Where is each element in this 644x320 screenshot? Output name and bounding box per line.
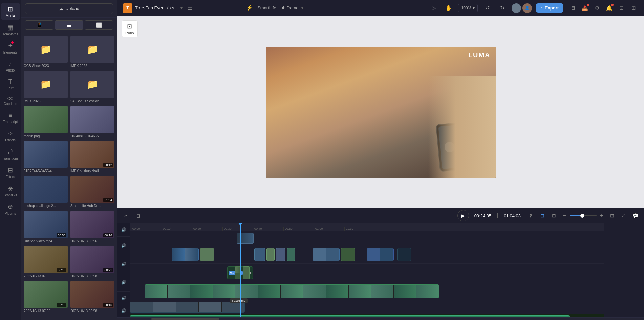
list-item[interactable]: 📁 IMEX 2023 <box>24 71 68 103</box>
sidebar-item-templates[interactable]: ▦ Templates <box>1 21 20 39</box>
share-icon-btn[interactable]: 📤 <box>580 3 590 13</box>
list-item[interactable]: 00:55 Untitled Video.mp4 <box>24 211 68 243</box>
media-item-name: martin.png <box>24 134 68 138</box>
zoom-control[interactable]: 100% ▾ <box>458 4 478 12</box>
split-clip-button[interactable]: ✂ <box>122 211 131 220</box>
sidebar-item-plugins[interactable]: ⊕ Plugins <box>1 200 20 218</box>
sidebar-item-label: Plugins <box>5 212 16 215</box>
list-item[interactable]: 00:15 2022-10-13 07:58... <box>24 281 68 313</box>
sidebar-item-transcript[interactable]: ≡ Transcript <box>1 109 20 126</box>
menu-button[interactable]: ☰ <box>185 3 195 13</box>
video-clip[interactable] <box>254 248 265 261</box>
video-clip[interactable] <box>276 248 285 261</box>
hand-tool-button[interactable]: ✋ <box>443 3 454 14</box>
list-item[interactable]: 00:16 2022-10-13 06:56... <box>70 211 114 243</box>
video-clip[interactable] <box>367 248 394 261</box>
track-control-volume-6[interactable]: 🔊 <box>117 304 130 317</box>
desktop-icon-btn[interactable]: 🖥 <box>567 3 578 13</box>
media-thumbnail <box>70 106 114 133</box>
list-item[interactable]: 20240816_164655... <box>70 106 114 138</box>
zoom-out-button[interactable]: − <box>561 212 568 219</box>
track-control-volume-4[interactable]: 🔊 <box>117 273 130 292</box>
sidebar-item-filters[interactable]: ⊟ Filters <box>1 164 20 181</box>
list-item[interactable]: 00:12 IMEX pushup chall... <box>70 141 114 173</box>
timeline-toolbar: ✂ 🗑 ▶ 00:24:05 | 01:04:03 🎙 ⊟ ⊞ − + <box>117 208 644 223</box>
track-control-volume-1[interactable]: 🔊 <box>117 223 130 237</box>
ratio-button[interactable]: ⊡ Ratio <box>122 20 138 37</box>
view-square-btn[interactable]: ⬜ <box>85 20 113 30</box>
view-phone-btn[interactable]: 📱 <box>25 20 53 30</box>
duration-badge: 00:21 <box>103 268 113 272</box>
video-clip[interactable] <box>313 248 340 261</box>
project-title-chevron-icon[interactable]: ▾ <box>301 6 303 11</box>
list-item[interactable]: 01:04 Smart Life Hub De... <box>70 176 114 208</box>
list-item[interactable]: 📁 IMEX 2022 <box>70 36 114 68</box>
sidebar-item-elements[interactable]: ✦ Elements <box>1 39 20 57</box>
list-item[interactable]: 61E7F4A5-3A55-4... <box>24 141 68 173</box>
zoom-chevron-icon: ▾ <box>473 6 475 11</box>
sidebar-item-audio[interactable]: ♪ Audio <box>1 58 20 75</box>
fit-button[interactable]: ⊡ <box>607 211 617 220</box>
track-control-volume-2[interactable]: 🔊 <box>117 237 130 255</box>
list-item[interactable]: pushup challange 2... <box>24 176 68 208</box>
playhead[interactable] <box>240 223 241 317</box>
notification-icon-btn[interactable]: 🔔 <box>604 3 614 13</box>
video-clip[interactable] <box>397 248 411 261</box>
timeline-scroll-area[interactable]: 00:00 00:10 00:20 00:30 00:40 00:50 01:0… <box>130 223 644 317</box>
video-clip[interactable] <box>287 248 295 261</box>
video-clip[interactable] <box>237 233 254 244</box>
play-preview-button[interactable]: ▷ <box>428 3 439 14</box>
media-item-name: IMEX pushup chall... <box>70 169 114 173</box>
zoom-thumb[interactable] <box>580 214 584 218</box>
sidebar-item-captions[interactable]: CC Captions <box>1 94 20 108</box>
secondary-video-clip[interactable] <box>130 302 245 313</box>
fullscreen-button[interactable]: ⤢ <box>619 211 628 220</box>
video-clip[interactable] <box>266 248 275 261</box>
list-item[interactable]: 📁 OCB Show 2023 <box>24 36 68 68</box>
media-thumbnail <box>24 141 68 168</box>
comment-button[interactable]: 💬 <box>630 211 640 220</box>
undo-button[interactable]: ↺ <box>482 3 493 14</box>
video-clip[interactable] <box>200 248 214 261</box>
folder-icon: 📁 <box>87 44 99 55</box>
split-view-icon-btn[interactable]: ⊡ <box>616 3 626 13</box>
avatar-profile[interactable]: 👤 <box>522 3 532 13</box>
ruler-mark: 00:20 <box>192 227 222 231</box>
magic-wand-button[interactable]: ⚡ <box>244 3 255 14</box>
track-control-volume-5[interactable]: 🔊 <box>117 292 130 304</box>
sidebar-item-transitions[interactable]: ⇄ Transitions <box>1 145 20 163</box>
zoom-track[interactable] <box>570 215 597 216</box>
zoom-in-button[interactable]: + <box>598 212 605 219</box>
view-landscape-btn[interactable]: ▬ <box>55 20 83 30</box>
settings-icon-btn[interactable]: ⚙ <box>592 3 602 13</box>
export-button[interactable]: ↑ Export <box>536 3 563 13</box>
list-item[interactable]: 00:15 2022-10-13 07:56... <box>24 246 68 278</box>
crop-button[interactable]: ⊞ <box>549 211 559 220</box>
list-item[interactable]: 00:16 2022-10-13 06:58... <box>70 281 114 313</box>
project-name: Tree-Fan Events's s... <box>135 5 178 11</box>
template-sub-clip-2[interactable] <box>243 266 250 279</box>
timeline-play-button[interactable]: ▶ <box>457 210 469 221</box>
layout-icon-btn[interactable]: ⊞ <box>628 3 639 13</box>
timeline-scrollbar[interactable] <box>117 317 644 320</box>
upload-button[interactable]: ☁ Upload <box>25 3 113 14</box>
video-clip[interactable] <box>341 248 355 261</box>
caption-track-button[interactable]: ⊟ <box>538 211 547 220</box>
list-item[interactable]: 📁 S4_Bonus Session <box>70 71 114 103</box>
redo-button[interactable]: ↻ <box>497 3 508 14</box>
track-control-volume-3[interactable]: 🔊 <box>117 255 130 273</box>
sidebar-item-brand-kit[interactable]: ◈ Brand kit <box>1 182 20 200</box>
sidebar-item-text[interactable]: T Text <box>1 76 20 93</box>
delete-clip-button[interactable]: 🗑 <box>134 211 143 220</box>
list-item[interactable]: 00:21 2022-10-13 06:58... <box>70 246 114 278</box>
wand-icon: ⚡ <box>246 5 253 11</box>
project-icon: T <box>123 3 132 13</box>
sidebar-item-effects[interactable]: ✧ Effects <box>1 127 20 145</box>
sidebar-item-media[interactable]: ⊞ Media <box>1 3 20 20</box>
upload-label: Upload <box>65 6 79 11</box>
main-video-reel[interactable] <box>145 284 439 298</box>
mic-button[interactable]: 🎙 <box>526 211 536 220</box>
project-chevron-icon[interactable]: ▾ <box>180 6 183 11</box>
video-clip[interactable] <box>172 248 199 261</box>
list-item[interactable]: martin.png <box>24 106 68 138</box>
